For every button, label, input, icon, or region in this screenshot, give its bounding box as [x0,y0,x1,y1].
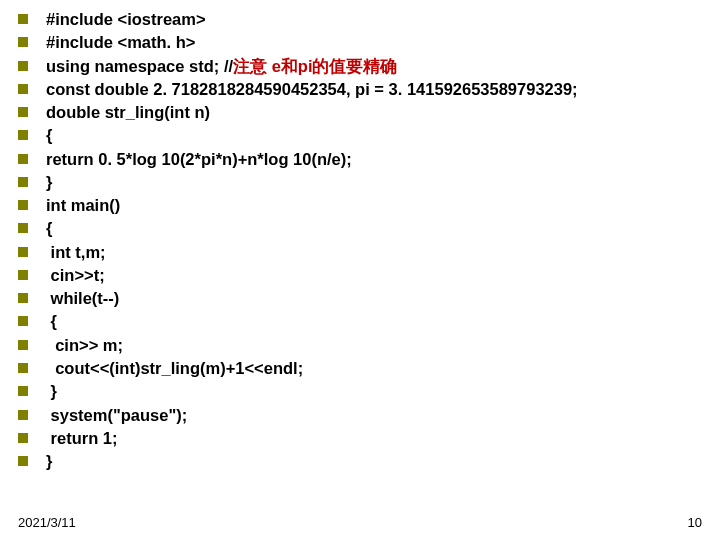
code-text: } [46,380,57,402]
code-text: int t,m; [46,241,106,263]
code-line: cout<<(int)str_ling(m)+1<<endl; [18,357,702,379]
bullet-icon [18,223,28,233]
bullet-icon [18,107,28,117]
bullet-icon [18,61,28,71]
bullet-icon [18,200,28,210]
bullet-icon [18,37,28,47]
bullet-icon [18,386,28,396]
code-line: #include <iostream> [18,8,702,30]
code-text: while(t--) [46,287,119,309]
code-line: double str_ling(int n) [18,101,702,123]
footer-page-number: 10 [688,515,702,530]
slide: #include <iostream> #include <math. h> u… [0,0,720,540]
code-text: const double 2. 7182818284590452354, pi … [46,78,578,100]
code-text: #include <math. h> [46,31,195,53]
code-line: cin>>t; [18,264,702,286]
code-text: { [46,217,52,239]
code-line: cin>> m; [18,334,702,356]
bullet-icon [18,247,28,257]
code-text: { [46,310,57,332]
code-text: cin>>t; [46,264,105,286]
bullet-icon [18,177,28,187]
bullet-icon [18,316,28,326]
bullet-icon [18,340,28,350]
code-block: #include <iostream> #include <math. h> u… [18,8,702,472]
code-line: } [18,450,702,472]
code-text: int main() [46,194,120,216]
code-line: while(t--) [18,287,702,309]
code-text: { [46,124,52,146]
code-line: { [18,217,702,239]
code-text: cin>> m; [46,334,123,356]
code-text: #include <iostream> [46,8,206,30]
code-text: } [46,171,52,193]
bullet-icon [18,270,28,280]
code-text: cout<<(int)str_ling(m)+1<<endl; [46,357,303,379]
bullet-icon [18,154,28,164]
code-text: double str_ling(int n) [46,101,210,123]
bullet-icon [18,84,28,94]
bullet-icon [18,363,28,373]
code-text: } [46,450,52,472]
bullet-icon [18,456,28,466]
bullet-icon [18,433,28,443]
code-line: #include <math. h> [18,31,702,53]
footer-date: 2021/3/11 [18,515,76,530]
footer: 2021/3/11 10 [18,515,702,530]
code-line: system("pause"); [18,404,702,426]
code-text: return 0. 5*log 10(2*pi*n)+n*log 10(n/e)… [46,148,352,170]
code-line: return 0. 5*log 10(2*pi*n)+n*log 10(n/e)… [18,148,702,170]
code-line: int main() [18,194,702,216]
bullet-icon [18,410,28,420]
code-line: const double 2. 7182818284590452354, pi … [18,78,702,100]
code-line: } [18,171,702,193]
code-text: system("pause"); [46,404,187,426]
bullet-icon [18,293,28,303]
code-line: int t,m; [18,241,702,263]
bullet-icon [18,14,28,24]
code-line: { [18,310,702,332]
code-text: using namespace std; //注意 e和pi的值要精确 [46,55,398,77]
code-line: return 1; [18,427,702,449]
code-text: return 1; [46,427,118,449]
code-line: } [18,380,702,402]
bullet-icon [18,130,28,140]
code-line: using namespace std; //注意 e和pi的值要精确 [18,55,702,77]
code-line: { [18,124,702,146]
